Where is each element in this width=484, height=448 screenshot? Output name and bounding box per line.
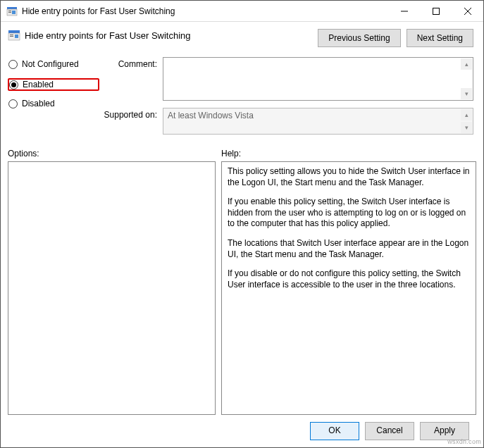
scroll-arrows: ▴ ▾: [461, 109, 472, 133]
svg-rect-3: [8, 12, 11, 13]
comment-label: Comment:: [99, 57, 163, 101]
radio-disabled[interactable]: Disabled: [8, 98, 99, 109]
supported-on-label: Supported on:: [99, 108, 163, 135]
scroll-up-icon[interactable]: ▴: [461, 58, 472, 70]
help-paragraph: If you disable or do not configure this …: [228, 268, 470, 290]
maximize-button[interactable]: [420, 1, 452, 21]
radio-label: Not Configured: [22, 59, 79, 69]
options-panel: [8, 161, 216, 415]
comment-input[interactable]: ▴ ▾: [163, 57, 473, 101]
policy-icon: [6, 6, 18, 17]
dialog-body: Hide entry points for Fast User Switchin…: [1, 22, 483, 447]
policy-editor-window: Hide entry points for Fast User Switchin…: [0, 0, 484, 448]
options-label: Options:: [8, 149, 221, 161]
policy-icon: [8, 29, 20, 42]
scroll-down-icon[interactable]: ▾: [461, 88, 472, 99]
configuration-row: Not Configured Enabled Disabled Comment:: [8, 57, 476, 142]
next-setting-button[interactable]: Next Setting: [407, 29, 473, 47]
previous-setting-button[interactable]: Previous Setting: [318, 29, 400, 47]
supported-on-value: At least Windows Vista: [168, 111, 254, 120]
header-row: Hide entry points for Fast User Switchin…: [8, 29, 476, 47]
svg-rect-12: [10, 36, 13, 37]
svg-rect-2: [8, 11, 11, 11]
footer: OK Cancel Apply: [8, 415, 476, 447]
scroll-up-icon[interactable]: ▴: [461, 109, 472, 120]
svg-rect-13: [15, 35, 18, 38]
radio-label: Disabled: [22, 99, 55, 108]
state-options: Not Configured Enabled Disabled: [8, 57, 99, 142]
window-controls: [388, 1, 483, 21]
lower-section: Options: Help: This policy setting allow…: [8, 149, 476, 415]
svg-rect-11: [10, 35, 13, 35]
svg-rect-6: [433, 8, 439, 14]
radio-icon: [9, 80, 18, 89]
supported-on-box: At least Windows Vista ▴ ▾: [163, 108, 473, 135]
radio-not-configured[interactable]: Not Configured: [8, 58, 99, 70]
policy-title: Hide entry points for Fast User Switchin…: [25, 30, 191, 41]
help-paragraph: The locations that Switch User interface…: [228, 238, 470, 260]
svg-rect-0: [7, 7, 17, 9]
close-button[interactable]: [452, 1, 483, 21]
watermark: wsxdn.com: [447, 438, 481, 445]
radio-enabled[interactable]: Enabled: [8, 78, 99, 91]
radio-icon: [8, 99, 18, 108]
radio-icon: [8, 60, 18, 69]
titlebar: Hide entry points for Fast User Switchin…: [1, 1, 483, 22]
help-paragraph: If you enable this policy setting, the S…: [228, 197, 470, 230]
scroll-arrows: ▴ ▾: [461, 58, 472, 99]
help-paragraph: This policy setting allows you to hide t…: [228, 166, 470, 188]
radio-label: Enabled: [23, 80, 54, 89]
minimize-button[interactable]: [388, 1, 420, 21]
cancel-button[interactable]: Cancel: [365, 422, 414, 440]
help-panel: This policy setting allows you to hide t…: [221, 161, 476, 415]
svg-rect-4: [12, 11, 15, 14]
help-label: Help:: [221, 149, 241, 161]
ok-button[interactable]: OK: [310, 422, 359, 440]
svg-rect-9: [8, 30, 20, 33]
fields: Comment: ▴ ▾ Supported on: At least Wind…: [99, 57, 476, 142]
scroll-down-icon[interactable]: ▾: [461, 122, 472, 133]
window-title: Hide entry points for Fast User Switchin…: [22, 6, 388, 16]
